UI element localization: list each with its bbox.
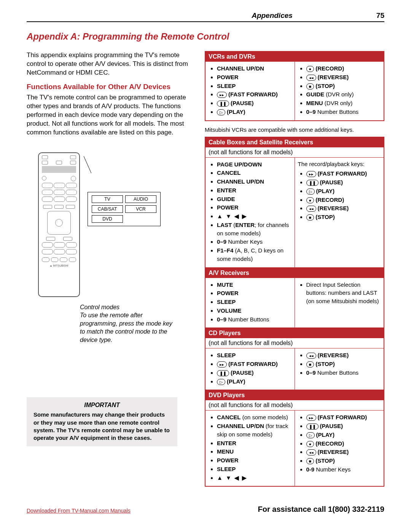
fast_forward-icon: ▸▸ <box>306 415 316 421</box>
cable-left-list: PAGE UP/DOWNCANCELCHANNEL UP/DNENTERGUID… <box>209 160 292 263</box>
page-header: Appendices 75 <box>27 11 384 22</box>
remote-figure: ▲ MITSUBISHI TV AUDIO CAB/SAT DVD VCR <box>38 152 194 297</box>
important-text: Some manufacturers may change their prod… <box>33 411 170 442</box>
mode-buttons-callout: TV AUDIO CAB/SAT DVD VCR <box>88 192 161 226</box>
page-footer: Downloaded From TV-Manual.com Manuals Fo… <box>27 502 384 514</box>
play-icon: ▷ <box>217 109 225 115</box>
mode-btn-dvd: DVD <box>92 215 123 223</box>
table-cd-players: CD Players (not all functions for all mo… <box>205 328 384 390</box>
cd-right-list: ◂◂(REVERSE)■(STOP)0–9 Number Buttons <box>298 351 381 377</box>
play-icon: ▷ <box>306 189 315 195</box>
header-section-title: Appendices <box>252 11 293 20</box>
control-modes-caption: Control modes To use the remote after pr… <box>80 303 179 344</box>
fast_forward-icon: ▸▸ <box>217 361 227 367</box>
download-source-link[interactable]: Downloaded From TV-Manual.com Manuals <box>27 508 131 514</box>
reverse-icon: ◂◂ <box>306 353 316 359</box>
functions-paragraph: The TV's remote control can be programme… <box>27 93 194 137</box>
pause-icon: ❚❚ <box>306 423 319 430</box>
assistance-phone: For assistance call 1(800) 332-2119 <box>258 505 384 514</box>
stop-icon: ■ <box>306 458 314 464</box>
header-page-number: 75 <box>376 11 384 20</box>
reverse-icon: ◂◂ <box>306 206 316 212</box>
dvd-right-list: ▸▸(FAST FORWARD)❚❚(PAUSE)▷(PLAY)●(RECORD… <box>298 413 381 473</box>
stop-icon: ■ <box>306 83 314 89</box>
vcr-right-list: ●(RECORD)◂◂(REVERSE)■(STOP)GUIDE (DVR on… <box>298 64 381 116</box>
play-icon: ▷ <box>306 432 315 438</box>
table-header: CD Players <box>206 328 384 338</box>
avr-right-list: Direct Input Selection buttons: numbers … <box>298 281 381 305</box>
important-note-box: IMPORTANT Some manufacturers may change … <box>27 397 177 446</box>
reverse-icon: ◂◂ <box>306 75 316 81</box>
table-vcrs-dvrs: VCRs and DVRs CHANNEL UP/DNPOWERSLEEP▸▸(… <box>205 51 384 121</box>
play-icon: ▷ <box>217 379 225 385</box>
table-header: A/V Receivers <box>206 268 384 278</box>
record-icon: ● <box>306 66 314 72</box>
reverse-icon: ◂◂ <box>306 449 316 455</box>
table-note: (not all functions for all models) <box>206 147 384 158</box>
stop-icon: ■ <box>306 214 314 220</box>
caption-text: To use the remote after programming, pre… <box>80 311 179 344</box>
pause-icon: ❚❚ <box>217 370 229 376</box>
mode-btn-cabsat: CAB/SAT <box>92 205 123 213</box>
arrow-keys-icon: ▲ ▼ ◀ ▶ <box>217 213 247 219</box>
table-header: DVD Players <box>206 390 384 400</box>
caption-title: Control modes <box>80 303 179 312</box>
important-title: IMPORTANT <box>33 402 170 409</box>
dvd-left-list: CANCEL (on some models)CHANNEL UP/DN (fo… <box>209 413 292 482</box>
mode-btn-audio: AUDIO <box>125 195 156 203</box>
remote-illustration: ▲ MITSUBISHI <box>38 152 80 297</box>
pause-icon: ❚❚ <box>217 101 229 107</box>
intro-paragraph: This appendix explains programming the T… <box>27 51 194 77</box>
table-note: (not all functions for all models) <box>206 338 384 348</box>
functions-subheading: Functions Available for Other A/V Device… <box>27 83 194 91</box>
table-header: VCRs and DVRs <box>206 52 384 62</box>
svg-line-0 <box>84 156 91 173</box>
arrow-keys-icon: ▲ ▼ ◀ ▶ <box>217 474 247 481</box>
fast_forward-icon: ▸▸ <box>217 92 227 98</box>
pause-icon: ❚❚ <box>306 180 319 186</box>
table-dvd-players: DVD Players (not all functions for all m… <box>205 390 384 487</box>
record-icon: ● <box>306 197 314 203</box>
record-icon: ● <box>306 441 314 447</box>
table-header: Cable Boxes and Satellite Receivers <box>206 137 384 147</box>
cd-left-list: SLEEP▸▸(FAST FORWARD)❚❚(PAUSE)▷(PLAY) <box>209 351 292 385</box>
table-av-receivers: A/V Receivers MUTEPOWERSLEEPVOLUME0–9 Nu… <box>205 268 384 329</box>
avr-left-list: MUTEPOWERSLEEPVOLUME0–9 Number Buttons <box>209 281 292 324</box>
vcr-left-list: CHANNEL UP/DNPOWERSLEEP▸▸(FAST FORWARD)❚… <box>209 64 292 116</box>
stop-icon: ■ <box>306 361 314 367</box>
mode-btn-tv: TV <box>92 195 123 203</box>
fast_forward-icon: ▸▸ <box>306 171 316 177</box>
table-note: (not all functions for all models) <box>206 400 384 411</box>
remote-brand-label: ▲ MITSUBISHI <box>42 264 76 267</box>
appendix-title: Appendix A: Programming the Remote Contr… <box>27 31 384 42</box>
callout-line-icon <box>84 152 91 175</box>
cable-right-list: ▸▸(FAST FORWARD)❚❚(PAUSE)▷(PLAY)●(RECORD… <box>298 169 381 221</box>
mode-btn-vcr: VCR <box>125 205 156 213</box>
cable-right-intro: The record/playback keys: <box>298 160 381 168</box>
table-cable-sat: Cable Boxes and Satellite Receivers (not… <box>205 137 384 268</box>
mitsubishi-note: Mitsubishi VCRs are compatible with some… <box>205 126 384 133</box>
